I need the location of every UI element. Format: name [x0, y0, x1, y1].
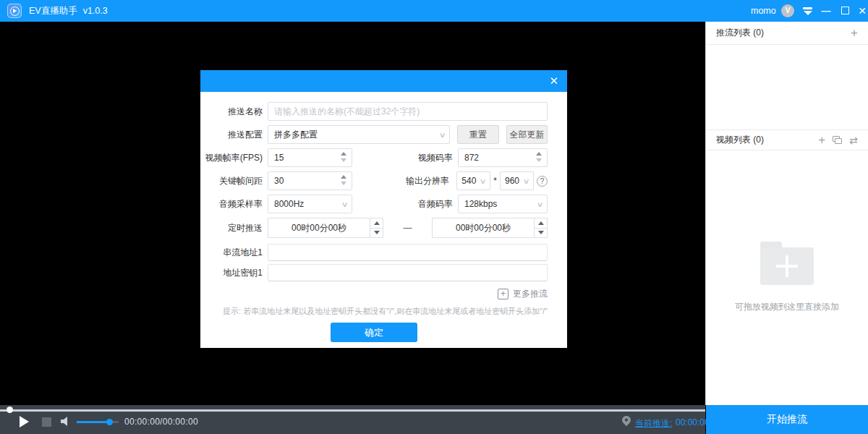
spin-up-icon[interactable]	[536, 152, 542, 156]
playlist-mode-icon[interactable]	[833, 136, 842, 144]
seek-handle[interactable]	[7, 407, 13, 413]
chevron-down-icon: ∨	[536, 200, 543, 208]
spin-up-button[interactable]	[370, 218, 383, 228]
spin-down-button[interactable]	[370, 228, 383, 238]
audio-sample-rate-value: 8000Hz	[274, 199, 304, 209]
spin-down-icon[interactable]	[341, 158, 346, 162]
confirm-button[interactable]: 确定	[331, 323, 417, 342]
audio-bitrate-value: 128kbps	[464, 199, 497, 209]
volume-handle[interactable]	[106, 419, 113, 425]
resolution-width-select[interactable]: 540 ∨	[456, 171, 490, 190]
volume-slider[interactable]	[77, 421, 119, 423]
volume-fill	[77, 421, 109, 423]
stream-key-input[interactable]	[268, 264, 548, 281]
maximize-button[interactable]	[836, 0, 854, 22]
resolution-height-select[interactable]: 960 ∨	[500, 171, 534, 190]
audio-bitrate-label: 音频码率	[352, 198, 458, 210]
schedule-end-value[interactable]: 00时00分00秒	[432, 218, 535, 238]
stream-key-label: 地址密钥1	[200, 267, 268, 279]
keyframe-interval-spinner[interactable]: 30	[268, 171, 352, 190]
push-config-label: 推送配置	[200, 129, 268, 141]
scheduled-push-row: 定时推送 00时00分00秒 — 00时00分00秒	[200, 218, 548, 238]
audio-sample-rate-label: 音频采样率	[200, 198, 268, 210]
dialog-header: ✕	[200, 70, 567, 92]
video-dropzone[interactable]: 可拖放视频到这里直接添加	[706, 150, 868, 404]
scheduled-push-label: 定时推送	[200, 222, 268, 234]
video-bitrate-spinner[interactable]: 872	[458, 148, 548, 167]
add-push-icon[interactable]: +	[851, 27, 858, 39]
dropzone-hint: 可拖放视频到这里直接添加	[735, 301, 839, 313]
close-window-button[interactable]: ✕	[854, 0, 868, 22]
help-icon[interactable]: ?	[537, 176, 548, 187]
minimize-button[interactable]: —	[817, 0, 835, 22]
confirm-row: 确定	[200, 323, 548, 342]
more-push-label[interactable]: 更多推流	[513, 288, 548, 300]
more-push-row: + 更多推流	[200, 286, 548, 302]
player-bar: 00:00:00/00:00:00 当前推送: 00:00:00	[0, 405, 705, 434]
video-bitrate-value: 872	[464, 153, 479, 163]
video-fps-value: 15	[274, 153, 284, 163]
chevron-down-icon: ∨	[480, 177, 487, 185]
dialog-close-icon[interactable]: ✕	[549, 70, 558, 92]
current-push-time: 00:00:00	[676, 417, 710, 427]
push-list-header: 推流列表 (0) +	[706, 22, 868, 45]
play-button[interactable]	[20, 416, 29, 427]
range-dash: —	[383, 223, 432, 233]
add-folder-icon[interactable]	[760, 242, 814, 285]
schedule-end-field[interactable]: 00时00分00秒	[432, 218, 548, 238]
spin-down-icon[interactable]	[536, 158, 542, 162]
dialog-hint: 提示: 若串流地址末尾以及地址密钥开头都没有"/",则在串流地址末尾或者地址密钥…	[200, 306, 548, 317]
sidebar: 推流列表 (0) + 视频列表 (0) + ⇄ 可拖放视频到这里直接添加	[705, 22, 868, 405]
stream-url-row: 串流地址1	[200, 244, 548, 261]
stream-url-input[interactable]	[268, 244, 548, 261]
push-config-select[interactable]: 拼多多配置 ∨	[268, 125, 450, 144]
current-push-label: 当前推送:	[635, 417, 672, 430]
titlebar: EV直播助手v1.0.3 momo V — ✕	[0, 0, 868, 22]
user-avatar[interactable]: V	[781, 4, 794, 17]
app-name: EV直播助手	[29, 6, 77, 16]
video-bitrate-label: 视频码率	[352, 152, 458, 164]
spin-up-icon[interactable]	[341, 152, 346, 156]
schedule-start-spinner	[370, 218, 383, 238]
app-title: EV直播助手v1.0.3	[29, 0, 114, 22]
add-video-icon[interactable]: +	[818, 134, 825, 146]
stream-url-label: 串流地址1	[200, 247, 268, 259]
audio-sample-rate-select[interactable]: 8000Hz ∨	[268, 195, 352, 213]
username-label[interactable]: momo	[751, 0, 776, 22]
add-more-push-icon[interactable]: +	[498, 289, 509, 299]
output-resolution-label: 输出分辨率	[352, 175, 454, 187]
schedule-end-spinner	[535, 218, 548, 238]
schedule-start-value[interactable]: 00时00分00秒	[268, 218, 370, 238]
video-list-title: 视频列表 (0)	[716, 134, 764, 146]
refresh-list-icon[interactable]: ⇄	[849, 135, 858, 145]
video-fps-spinner[interactable]: 15	[268, 148, 352, 167]
collapse-menu-icon[interactable]	[803, 7, 812, 15]
schedule-start-field[interactable]: 00时00分00秒	[268, 218, 383, 238]
update-all-button[interactable]: 全部更新	[506, 125, 548, 144]
push-config-value: 拼多多配置	[274, 129, 318, 141]
chevron-down-icon: ∨	[522, 177, 529, 185]
push-config-row: 推送配置 拼多多配置 ∨ 重置 全部更新	[200, 125, 548, 144]
start-push-button[interactable]: 开始推流	[706, 405, 868, 434]
spin-up-button[interactable]	[535, 218, 547, 228]
maximize-icon	[841, 7, 849, 14]
output-resolution-group: 540 ∨ * 960 ∨ ?	[454, 171, 548, 190]
keyframe-interval-value: 30	[274, 176, 284, 186]
resolution-height-value: 960	[505, 176, 519, 186]
audio-bitrate-select[interactable]: 128kbps ∨	[458, 195, 548, 213]
reset-button[interactable]: 重置	[457, 125, 499, 144]
push-name-row: 推送名称	[200, 102, 548, 121]
stop-button[interactable]	[42, 417, 51, 427]
dialog-body: 推送名称 推送配置 拼多多配置 ∨ 重置 全部更新 视频帧率(FPS) 15 视…	[200, 92, 567, 342]
app-version: v1.0.3	[83, 6, 108, 16]
push-list-title: 推流列表 (0)	[716, 27, 764, 39]
app-logo-icon	[7, 4, 22, 18]
spin-down-icon[interactable]	[341, 182, 346, 185]
spin-down-button[interactable]	[535, 228, 547, 238]
push-name-input[interactable]	[268, 102, 548, 121]
seek-bar[interactable]	[0, 409, 705, 412]
chevron-down-icon: ∨	[438, 131, 446, 139]
video-list-header: 视频列表 (0) + ⇄	[706, 129, 868, 150]
volume-icon[interactable]	[61, 417, 72, 426]
spin-up-icon[interactable]	[341, 175, 346, 179]
